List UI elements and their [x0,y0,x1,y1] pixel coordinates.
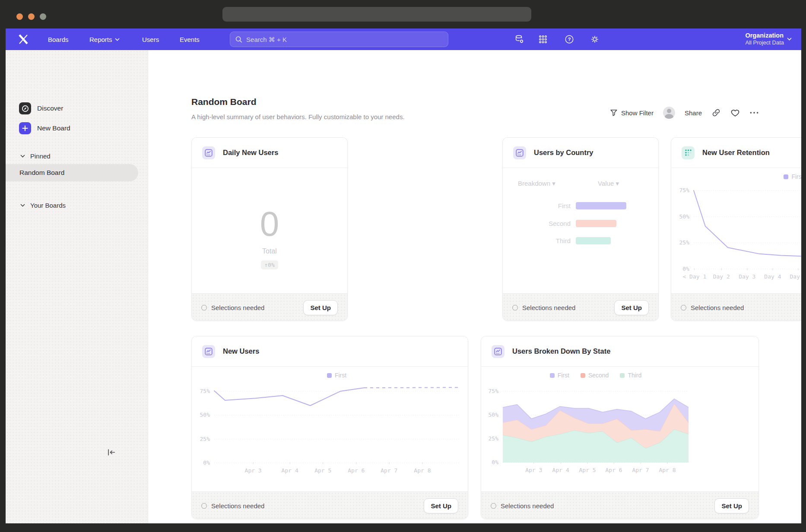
window-titlebar [0,0,806,28]
status-circle-icon [201,305,207,310]
nav-item-events[interactable]: Events [180,28,200,50]
card-daily-new-users: Daily New Users 0 Total ↑0% Selections n… [191,137,348,321]
copy-link-icon[interactable] [711,108,721,117]
set-up-button[interactable]: Set Up [424,498,458,513]
card-title: New User Retention [702,149,770,157]
status-circle-icon [201,503,207,509]
metric-label: Total [192,247,347,255]
board-actions: Show Filter Share [610,106,759,119]
sidebar-collapse-button[interactable] [106,446,117,458]
chevron-down-icon [115,38,120,41]
status-text: Selections needed [501,502,554,510]
status-text: Selections needed [522,304,575,311]
card-users-by-state: Users Broken Down By State First Second … [481,336,759,519]
sidebar-item-new-board[interactable]: New Board [19,122,70,134]
insights-chart-icon [492,345,505,358]
chevron-down-icon [787,38,792,41]
zoom-button[interactable] [40,13,46,20]
chart-legend: First [214,372,459,379]
metric-value: 0 [192,207,347,241]
board-main: Random Board A high-level summary of use… [148,50,801,523]
bar-row: Second [513,220,616,227]
svg-text:?: ? [568,37,571,42]
compass-icon [19,102,31,114]
minimize-button[interactable] [28,13,35,20]
nav-item-reports[interactable]: Reports [89,28,120,50]
card-new-users: New Users First 75%50%25%0%Apr 3Apr 4Apr… [191,336,468,519]
filter-funnel-icon [610,109,618,117]
show-filter-button[interactable]: Show Filter [610,109,654,117]
insights-chart-icon [202,345,215,358]
nav-item-users[interactable]: Users [142,28,159,50]
metric-preview: 0 Total ↑0% [192,207,347,269]
page-title: Random Board [191,97,257,107]
card-title: New Users [223,347,259,355]
legend-swatch [784,174,788,179]
legend-swatch [327,373,332,378]
sidebar-item-random-board[interactable]: Random Board [6,164,138,181]
card-footer: Selections needed Set Up [503,293,658,321]
plus-icon [19,122,31,134]
card-footer: Selections needed Set Up [192,491,468,519]
set-up-button[interactable]: Set Up [714,498,749,513]
card-new-user-retention: New User Retention First 75%50%25%0%< Da… [671,137,801,321]
retention-grid-icon [682,146,695,159]
top-nav: Boards Reports Users Events ? [6,28,801,50]
bar-row: First [513,202,626,209]
card-title: Users Broken Down By State [512,347,610,355]
org-project-switcher[interactable]: Organization All Project Data [745,32,784,46]
search-input[interactable] [230,32,448,47]
status-circle-icon [491,503,496,509]
legend-swatch [620,373,625,378]
breakdown-dropdown[interactable]: Breakdown ▾ [518,180,555,187]
help-icon[interactable]: ? [565,35,574,44]
project-name: All Project Data [745,39,784,46]
org-name: Organization [745,32,784,39]
card-title: Daily New Users [223,149,278,157]
status-circle-icon [681,305,686,310]
delta-badge: ↑0% [261,260,278,269]
set-up-button[interactable]: Set Up [614,300,649,315]
chart-legend: First [694,173,801,180]
card-footer: Selections needed Set Up [481,491,758,519]
sidebar-section-your-boards[interactable]: Your Boards [20,202,66,209]
value-dropdown[interactable]: Value ▾ [598,180,619,187]
sidebar: Discover New Board Pinned Random Board Y… [6,50,148,523]
status-text: Selections needed [211,502,264,510]
insights-chart-icon [513,146,526,159]
search-icon [235,36,242,43]
legend-swatch [581,373,585,378]
apps-grid-icon[interactable] [538,35,548,44]
chevron-down-icon [20,155,25,158]
card-users-by-country: Users by Country Breakdown ▾ Value ▾ Fir… [502,137,659,321]
address-bar[interactable] [222,7,531,22]
sidebar-section-pinned[interactable]: Pinned [20,152,51,160]
page-subtitle: A high-level summary of user behaviors. … [191,113,405,120]
favorite-heart-icon[interactable] [730,108,740,117]
data-management-icon[interactable] [514,35,524,44]
sidebar-item-discover[interactable]: Discover [19,102,63,114]
close-button[interactable] [16,13,23,20]
card-footer: Selections needed Set Up [671,293,801,321]
settings-gear-icon[interactable] [590,35,600,44]
insights-chart-icon [202,146,215,159]
set-up-button[interactable]: Set Up [303,300,338,315]
more-options-icon[interactable] [749,108,759,117]
mixpanel-logo-icon[interactable] [18,34,29,46]
chevron-down-icon [20,204,25,207]
window-frame: Boards Reports Users Events ? [0,0,806,532]
card-footer: Selections needed Set Up [192,293,347,321]
share-button[interactable]: Share [685,109,702,117]
legend-swatch [550,373,555,378]
app-page: Boards Reports Users Events ? [6,28,801,523]
status-circle-icon [512,305,518,310]
status-text: Selections needed [691,304,744,311]
avatar[interactable] [663,107,675,119]
chart-legend: First Second Third [503,372,689,379]
bar-row: Third [513,237,611,244]
status-text: Selections needed [211,304,264,311]
nav-item-boards[interactable]: Boards [48,28,69,50]
card-title: Users by Country [534,149,593,157]
